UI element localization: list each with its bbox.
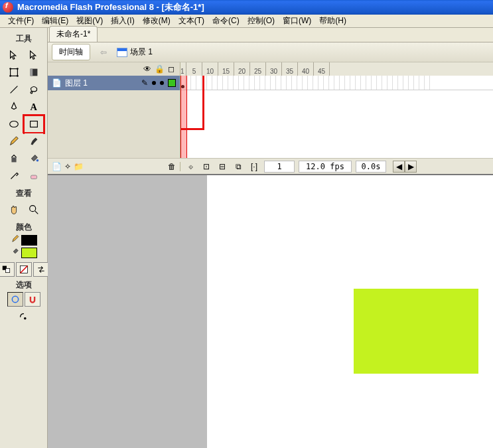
hand-tool[interactable] [5,202,23,218]
ink-bottle-tool[interactable] [5,151,23,167]
frame-cell[interactable] [409,76,414,90]
menu-control[interactable]: 控制(O) [244,14,279,28]
subselection-tool[interactable] [25,47,43,63]
frame-cell[interactable] [345,76,350,90]
gradient-transform-tool[interactable] [25,64,43,80]
frame-cell[interactable] [324,76,329,90]
frame-cell[interactable] [228,76,234,90]
frame-cell[interactable] [398,76,403,90]
frame-cell[interactable] [425,76,430,90]
swap-colors-button[interactable] [33,262,49,277]
scroll-left-button[interactable]: ◀ [393,161,405,173]
modify-onion-markers-button[interactable]: [·] [248,161,260,173]
frame-cell[interactable] [356,76,361,90]
frame-cell[interactable] [191,76,196,90]
menu-help[interactable]: 帮助(H) [315,14,350,28]
delete-layer-button[interactable]: 🗑 [168,162,176,171]
frame-cell[interactable] [350,76,356,90]
frame-cell[interactable] [202,76,207,90]
frame-cell[interactable] [244,76,249,90]
center-frame-button[interactable]: ⟐ [184,161,196,173]
frame-cell[interactable] [218,76,223,90]
frame-cell[interactable] [196,76,202,90]
frame-cell[interactable] [414,76,419,90]
menu-insert[interactable]: 插入(I) [107,14,138,28]
scroll-right-button[interactable]: ▶ [405,161,417,173]
keyframe[interactable] [180,76,186,90]
back-button[interactable]: ⇦ [96,45,111,60]
frame-cell[interactable] [292,76,297,90]
frames-area[interactable] [180,76,493,158]
frame-cell[interactable] [303,76,308,90]
frame-cell[interactable] [276,76,281,90]
selection-tool[interactable] [5,47,23,63]
edit-multiple-frames-button[interactable]: ⧉ [232,161,244,173]
frame-cell[interactable] [313,76,318,90]
frame-cell[interactable] [318,76,324,90]
frame-cell[interactable] [382,76,387,90]
frame-cell[interactable] [255,76,260,90]
menu-modify[interactable]: 修改(M) [139,14,175,28]
frame-cell[interactable] [234,76,239,90]
snap-option[interactable] [25,292,40,307]
lock-icon[interactable]: 🔒 [155,64,164,74]
object-drawing-option[interactable] [7,292,23,307]
frame-cell[interactable] [366,76,372,90]
frame-cell[interactable] [340,76,345,90]
timeline-tab[interactable]: 时间轴 [52,44,90,60]
default-colors-button[interactable] [0,262,15,277]
text-tool[interactable]: A [25,99,43,115]
frame-cell[interactable] [334,76,340,90]
add-layer-button[interactable]: 📄 [52,162,62,171]
frame-cell[interactable] [387,76,393,90]
stage-rectangle-shape[interactable] [354,289,478,374]
fill-color-swatch[interactable] [21,248,37,258]
frame-cell[interactable] [186,76,191,90]
frame-cell[interactable] [361,76,366,90]
onion-skin-outlines-button[interactable]: ⊟ [216,161,228,173]
lasso-tool[interactable] [25,82,43,98]
scene-name[interactable]: 场景 1 [117,46,153,58]
frame-cell[interactable] [297,76,303,90]
paint-bucket-tool[interactable] [25,151,43,167]
rectangle-tool[interactable] [25,116,43,132]
frame-cell[interactable] [260,76,265,90]
stroke-color-swatch[interactable] [21,235,37,246]
eyedropper-tool[interactable] [5,168,23,184]
layer-row[interactable]: 📄 图层 1 ✎ [48,76,180,90]
eraser-tool[interactable] [25,168,43,184]
frame-cell[interactable] [271,76,276,90]
frame-cell[interactable] [249,76,255,90]
free-transform-tool[interactable] [5,64,23,80]
frame-cell[interactable] [419,76,425,90]
frame-cell[interactable] [308,76,313,90]
layer-lock-dot[interactable] [160,81,164,85]
frame-cell[interactable] [223,76,228,90]
frame-cell[interactable] [372,76,377,90]
add-folder-button[interactable]: 📁 [74,162,84,171]
menu-text[interactable]: 文本(T) [175,14,208,28]
frame-cell[interactable] [403,76,409,90]
frame-cell[interactable] [329,76,334,90]
no-color-button[interactable] [16,262,32,277]
frame-cell[interactable] [212,76,218,90]
menu-command[interactable]: 命令(C) [208,14,244,28]
frame-cell[interactable] [207,76,212,90]
timeline-ruler[interactable]: 1 5 10 15 20 25 30 35 40 45 [180,62,493,76]
pen-tool[interactable] [5,99,23,115]
onion-skin-button[interactable]: ⊡ [200,161,212,173]
line-tool[interactable] [5,82,23,98]
frame-cell[interactable] [239,76,244,90]
pencil-tool[interactable] [5,133,23,149]
zoom-tool[interactable] [25,202,43,218]
oval-tool[interactable] [5,116,23,132]
frame-cell[interactable] [287,76,292,90]
outline-icon[interactable]: ◻ [167,64,176,74]
add-guide-layer-button[interactable]: ✧ [64,162,71,171]
rectangle-settings-option[interactable] [15,309,33,325]
frame-cell[interactable] [281,76,287,90]
document-tab[interactable]: 未命名-1* [49,26,98,42]
frame-cell[interactable] [265,76,271,90]
menu-window[interactable]: 窗口(W) [279,14,315,28]
layer-visible-dot[interactable] [152,81,156,85]
